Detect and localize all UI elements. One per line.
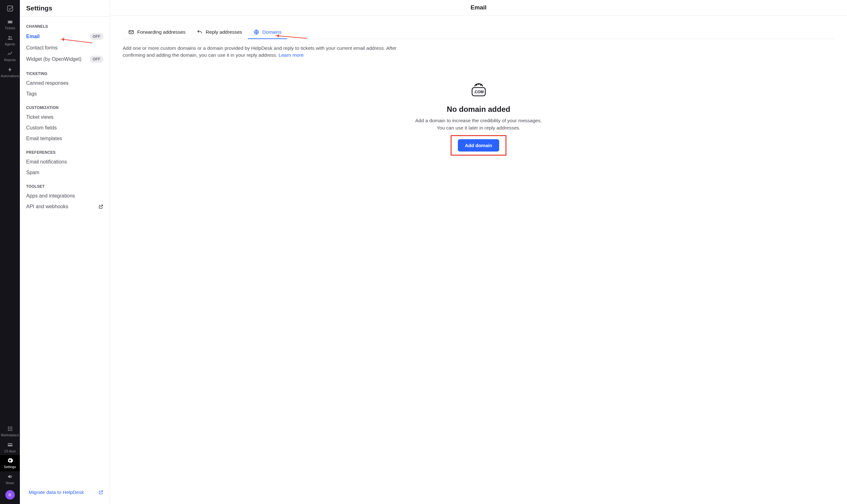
svg-rect-7 — [10, 428, 11, 429]
sidebar-item-label: API and webhooks — [26, 204, 68, 210]
nav-label: Agents — [5, 42, 15, 46]
svg-text:.COM: .COM — [474, 90, 484, 94]
section-title-preferences: PREFERENCES — [20, 144, 110, 157]
section-title-customization: CUSTOMIZATION — [20, 99, 110, 112]
sidebar-item-spam[interactable]: Spam — [20, 167, 110, 178]
migrate-link[interactable]: Migrate data to HelpDesk — [20, 486, 110, 498]
sidebar-item-label: Ticket views — [26, 114, 54, 120]
svg-rect-5 — [11, 427, 12, 428]
reply-icon — [197, 29, 203, 35]
nav-news[interactable]: News — [0, 471, 20, 487]
bolt-icon — [6, 66, 14, 73]
empty-heading: No domain added — [447, 105, 510, 114]
empty-state: .COM No domain added Add a domain to inc… — [123, 81, 834, 156]
sidebar-title: Settings — [20, 0, 110, 17]
main-body: Forwarding addresses Reply addresses Dom… — [110, 15, 847, 504]
ticket-icon — [6, 18, 14, 25]
nav-label: Marketplace — [1, 433, 19, 437]
sidebar-item-email-templates[interactable]: Email templates — [20, 133, 110, 144]
grid-icon — [6, 425, 14, 432]
status-badge: OFF — [89, 56, 103, 63]
nav-label: Settings — [4, 465, 16, 469]
nav-rail: Tickets Agents Reports Automations — [0, 0, 20, 504]
app-root: Tickets Agents Reports Automations — [0, 0, 847, 504]
external-icon — [98, 490, 103, 495]
app-logo[interactable] — [0, 2, 20, 16]
sidebar-body: CHANNELS Email OFF Contact forms Widget … — [20, 17, 110, 484]
nav-trial[interactable]: 13 days — [0, 439, 20, 455]
section-title-channels: CHANNELS — [20, 20, 110, 31]
sidebar-item-label: Spam — [26, 170, 39, 176]
annotation-highlight-add-domain: Add domain — [451, 135, 506, 156]
sidebar-item-label: Contact forms — [26, 45, 58, 51]
user-avatar[interactable]: R — [5, 490, 15, 500]
megaphone-icon — [6, 473, 14, 480]
tab-reply[interactable]: Reply addresses — [191, 26, 247, 39]
svg-rect-3 — [8, 427, 9, 428]
sidebar-item-custom-fields[interactable]: Custom fields — [20, 123, 110, 133]
sidebar-item-label: Apps and integrations — [26, 193, 75, 199]
nav-label: Reports — [4, 58, 16, 62]
nav-marketplace[interactable]: Marketplace — [0, 424, 20, 439]
svg-point-1 — [8, 36, 10, 37]
nav-settings[interactable]: Settings — [0, 455, 20, 471]
sidebar-item-email-notifications[interactable]: Email notifications — [20, 157, 110, 167]
avatar-letter: R — [8, 493, 11, 498]
nav-label: Tickets — [5, 26, 15, 30]
checkbox-logo-icon — [6, 5, 14, 12]
learn-more-link[interactable]: Learn more — [279, 52, 304, 58]
page-title: Email — [110, 0, 847, 15]
mail-icon — [128, 29, 134, 35]
svg-rect-4 — [10, 427, 11, 428]
section-title-ticketing: TICKETING — [20, 65, 110, 78]
agents-icon — [6, 34, 14, 41]
sidebar-item-email[interactable]: Email OFF — [20, 31, 110, 42]
section-title-toolset: TOOLSET — [20, 178, 110, 191]
svg-rect-9 — [8, 430, 9, 431]
sidebar-item-canned[interactable]: Canned responses — [20, 78, 110, 89]
globe-icon — [254, 29, 259, 35]
sidebar-item-label: Email templates — [26, 136, 62, 141]
svg-point-18 — [480, 85, 481, 85]
empty-line1: Add a domain to increase the credibility… — [415, 117, 542, 124]
svg-rect-10 — [10, 430, 11, 431]
dotcom-icon: .COM — [470, 81, 487, 98]
svg-point-16 — [476, 85, 477, 85]
nav-label: Automations — [1, 74, 19, 78]
sidebar-item-label: Email — [26, 34, 40, 39]
nav-label: 13 days — [4, 450, 16, 453]
sidebar-item-tags[interactable]: Tags — [20, 89, 110, 99]
sidebar-item-label: Tags — [26, 91, 37, 97]
add-domain-button[interactable]: Add domain — [458, 139, 499, 151]
svg-rect-11 — [11, 430, 12, 431]
svg-rect-8 — [11, 428, 12, 429]
nav-label: News — [6, 481, 14, 485]
nav-reports[interactable]: Reports — [0, 48, 20, 64]
sidebar-footer: Migrate data to HelpDesk — [20, 484, 110, 504]
svg-point-2 — [11, 36, 12, 37]
nav-agents[interactable]: Agents — [0, 33, 20, 49]
tab-label: Forwarding addresses — [137, 29, 186, 35]
main: Email Forwarding addresses Reply address… — [110, 0, 847, 504]
sidebar-item-label: Custom fields — [26, 125, 57, 131]
tab-domains[interactable]: Domains — [248, 26, 287, 39]
chart-line-icon — [6, 50, 14, 57]
svg-rect-6 — [8, 428, 9, 429]
svg-rect-0 — [7, 6, 13, 11]
nav-tickets[interactable]: Tickets — [0, 16, 20, 33]
sidebar-item-contact-forms[interactable]: Contact forms — [20, 42, 110, 53]
svg-rect-13 — [7, 444, 12, 445]
description-text: Add one or more custom domains or a doma… — [123, 46, 396, 58]
sidebar-item-widget[interactable]: Widget (by OpenWidget) OFF — [20, 53, 110, 65]
external-icon — [98, 204, 103, 209]
sidebar-item-api[interactable]: API and webhooks — [20, 201, 110, 212]
tab-forwarding[interactable]: Forwarding addresses — [123, 26, 191, 39]
empty-line2: You can use it later in reply addresses. — [437, 124, 521, 131]
svg-point-17 — [478, 84, 479, 85]
sidebar-item-apps[interactable]: Apps and integrations — [20, 191, 110, 201]
sidebar-item-ticket-views[interactable]: Ticket views — [20, 112, 110, 123]
nav-automations[interactable]: Automations — [0, 64, 20, 80]
card-icon — [6, 441, 14, 448]
status-badge: OFF — [89, 33, 103, 40]
gear-icon — [6, 457, 14, 464]
